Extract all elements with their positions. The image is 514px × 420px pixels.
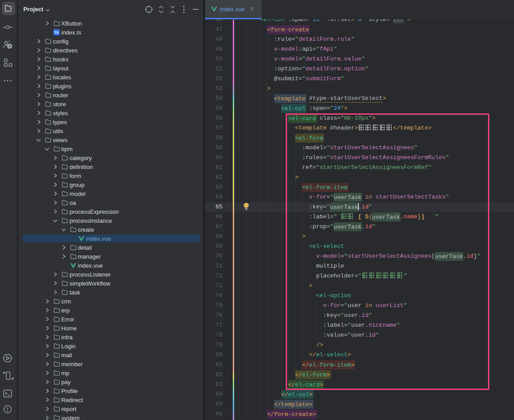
svg-text:?: ? xyxy=(9,44,11,49)
